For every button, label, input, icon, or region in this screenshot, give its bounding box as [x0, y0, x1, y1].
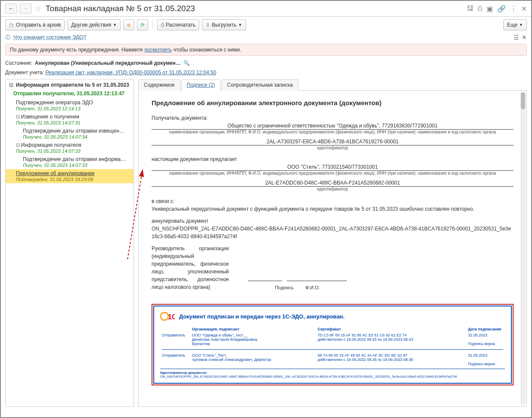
print-button[interactable]: ⎙ Распечатать	[157, 19, 199, 30]
refresh-icon: ⟳	[140, 22, 145, 28]
signature-highlight-box: 1C Документ подписан и передан через 1С-…	[152, 304, 514, 385]
signature-stamp: 1C Документ подписан и передан через 1С-…	[153, 306, 512, 384]
sender-id: 2AL-E7ADDC60-D48C-489C-BBAA-F241A5260682…	[152, 180, 514, 187]
tree-item[interactable]: Подтверждение даты отправки информа…	[6, 155, 134, 163]
recipient-name: Общество с ограниченной ответственностью…	[152, 123, 514, 130]
logo-1c-icon: 1C	[160, 311, 175, 322]
nav-forward-button[interactable]: →	[20, 3, 32, 14]
signature-row: ОтправительООО "Стиль"_Тест_ Артемов Але…	[160, 352, 505, 367]
sender-id-caption: идентификатор	[152, 187, 514, 191]
tree-item-status: Подтвержден, 31.05.2023 19:29:09	[6, 177, 134, 183]
state-label: Состояние:	[5, 60, 32, 66]
hierarchy-icon: ⧈	[127, 22, 131, 28]
tree-item[interactable]: Подтверждение оператора ЭДО	[6, 98, 134, 106]
collapse-icon[interactable]: ⊟	[16, 114, 20, 120]
signature-row: ОтправительООО "Одежда и обувь"_тест__ Д…	[160, 332, 505, 347]
tree-header[interactable]: ⊟ Информация отправителя № 5 от 31.05.20…	[6, 80, 134, 90]
tree-item[interactable]: ⊟Извещение о получении	[6, 112, 134, 120]
proposes-text: настоящим документом предлагает	[152, 156, 514, 162]
tree-item[interactable]: Предложение об аннулировании	[6, 169, 134, 177]
recipient-id-caption: идентификатор	[152, 145, 514, 150]
save-icon[interactable]: 🖫	[467, 5, 474, 13]
svg-point-0	[161, 312, 168, 320]
close-window-button[interactable]: ✕	[521, 5, 527, 13]
close-panel-icon[interactable]: ✕	[522, 34, 527, 41]
export-icon: ⇩	[206, 22, 210, 28]
archive-icon: 🗀	[9, 22, 14, 28]
export-button[interactable]: ⇩ Выгрузить ▼	[202, 19, 246, 30]
annul-label: аннулировать документ	[152, 217, 514, 225]
director-block: Руководитель организации (индивидуальный…	[152, 245, 229, 291]
printer-icon: ⎙	[161, 22, 164, 28]
tree-item-status: Получен, 31.05.2023 14:07:31	[6, 120, 134, 127]
tree-item-status: Получен, 31.05.2023 14:07:33	[6, 163, 134, 169]
state-value: Аннулирован (Универсальный передаточный …	[35, 60, 181, 66]
chevron-down-icon: ▼	[238, 23, 242, 27]
tab-signatures[interactable]: Подписи (2)	[181, 79, 221, 91]
tree-item-status: Получен, 31.05.2023 12:14:13	[6, 106, 134, 112]
preview-icon[interactable]: ▣	[486, 5, 493, 13]
chevron-down-icon: ▼	[113, 23, 117, 27]
other-actions-button[interactable]: Другие действия ▼	[67, 19, 121, 30]
tree-item-status: Получен, 31.05.2023 14:07:34	[6, 134, 134, 141]
accounting-doc-link[interactable]: Реализация (акт, накладная, УПД) ОД00-00…	[46, 70, 216, 76]
refresh-button[interactable]: ⟳	[137, 19, 148, 30]
accounting-doc-label: Документ учета:	[5, 70, 44, 76]
annul-file: ON_NSCHFDOPPR_2AL-E7ADDC60-D48C-489C-BBA…	[152, 225, 514, 240]
archive-button[interactable]: 🗀 Отправить в архив	[5, 19, 65, 30]
warning-view-link[interactable]: посмотреть	[144, 47, 172, 53]
print-icon[interactable]: ⎙	[478, 5, 482, 13]
tree-panel: ⊟ Информация отправителя № 5 от 31.05.20…	[5, 79, 134, 407]
svg-text:1C: 1C	[168, 313, 175, 321]
recipient-id: 2AL-A7303297-E6CA-4BD6-A738-41BCA7619276…	[152, 139, 514, 145]
magnifier-icon[interactable]: 🔍	[183, 60, 190, 66]
window-title: Товарная накладная № 5 от 31.05.2023	[46, 4, 195, 13]
warning-bar: По данному документу есть предупреждения…	[5, 44, 527, 56]
recipient-caption: наименование организации, ИНН/КПП; Ф.И.О…	[152, 130, 514, 134]
reason-label: в связи с:	[152, 197, 514, 205]
tab-note[interactable]: Сопроводительная записка	[222, 79, 298, 91]
doc-title: Предложение об аннулировании электронног…	[152, 99, 514, 106]
collapse-icon[interactable]: ⊟	[9, 82, 13, 88]
tree-item-status: Получен, 31.05.2023 14:07:33	[6, 148, 134, 155]
list-icon[interactable]: ☰	[514, 34, 519, 41]
chevron-down-icon: ▼	[519, 23, 523, 27]
nav-back-button[interactable]: ←	[5, 3, 17, 14]
sender-caption: наименование организации, ИНН/КПП; Ф.И.О…	[152, 171, 514, 176]
sender-name: ООО "Стиль", 7733021540/773301001	[152, 164, 514, 171]
document-body: Предложение об аннулировании электронног…	[138, 91, 527, 407]
edo-state-help-link[interactable]: Что означает состояние ЭДО?	[13, 34, 86, 40]
favorite-star-icon[interactable]: ☆	[34, 4, 41, 13]
tree-sent-status: Отправлен получателю, 31.05.2023 12:13:4…	[6, 90, 134, 98]
hierarchy-button[interactable]: ⧈	[123, 19, 134, 30]
collapse-icon[interactable]: ⊟	[16, 142, 20, 148]
tree-item[interactable]: Подтверждение даты отправки извещен…	[6, 127, 134, 134]
recipient-label: Получатель документа:	[152, 115, 514, 121]
kebab-icon[interactable]: ⋮	[510, 5, 517, 13]
link-icon[interactable]: 🔗	[497, 5, 506, 13]
scrollbar[interactable]	[520, 91, 526, 406]
more-button[interactable]: Еще ▼	[503, 19, 527, 30]
reason-text: Универсальный передаточный документ с фу…	[152, 205, 514, 213]
tree-item[interactable]: ⊟Информация получателя	[6, 141, 134, 148]
info-icon: ⓘ	[5, 34, 10, 40]
tab-content[interactable]: Содержимое	[138, 79, 180, 91]
